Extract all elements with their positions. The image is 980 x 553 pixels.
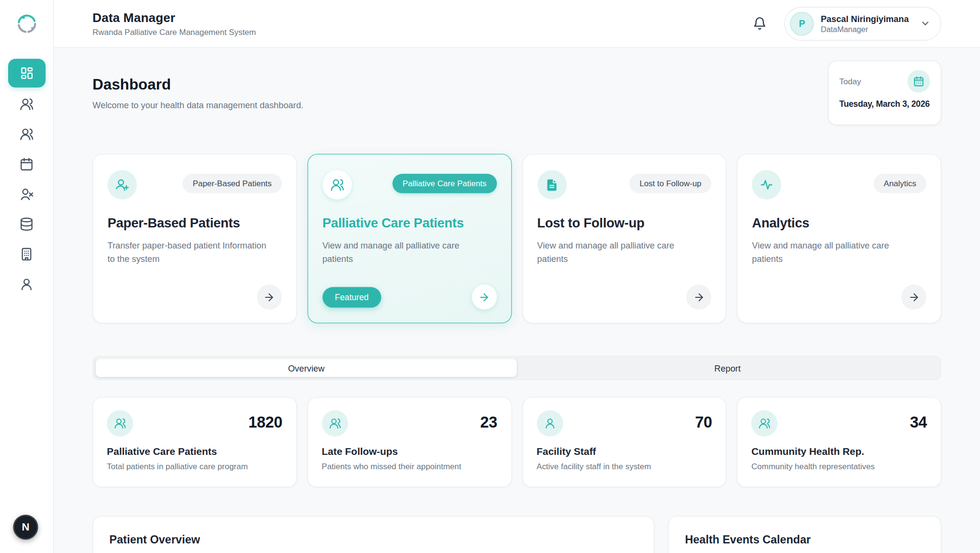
sidebar-item-data-records[interactable] bbox=[8, 209, 45, 239]
user-menu[interactable]: P Pascal Niringiyimana DataManager bbox=[784, 7, 941, 41]
stat-title: Late Follow-ups bbox=[322, 446, 497, 457]
stat-community-health-rep: 34 Cummunity Health Rep. Community healt… bbox=[737, 397, 941, 487]
stat-facility-staff: 70 Facility Staff Active facility staff … bbox=[522, 397, 726, 487]
date-card: Today Tuesday, March 3, 2026 bbox=[828, 61, 941, 125]
tab-overview[interactable]: Overview bbox=[96, 359, 517, 377]
sidebar-item-profile[interactable] bbox=[8, 269, 45, 299]
user-plus-icon bbox=[108, 170, 137, 199]
card-paper-based-patients[interactable]: Paper-Based Patients Paper-Based Patient… bbox=[92, 154, 297, 323]
featured-badge: Featured bbox=[323, 287, 381, 307]
card-description: Transfer paper-based patient Information… bbox=[108, 239, 282, 266]
card-lost-to-follow-up[interactable]: Lost to Follow-up Lost to Follow-up View… bbox=[522, 154, 726, 323]
arrow-right-button[interactable] bbox=[471, 284, 496, 309]
stat-title: Palliative Care Patients bbox=[107, 446, 282, 457]
stat-palliative-care-patients: 1820 Palliative Care Patients Total pati… bbox=[92, 397, 297, 487]
calendar-icon bbox=[19, 157, 33, 171]
sidebar: N bbox=[0, 0, 54, 553]
users-icon bbox=[322, 410, 348, 437]
stat-value: 1820 bbox=[248, 413, 282, 431]
sidebar-item-patients[interactable] bbox=[8, 89, 45, 119]
bottom-section: Patient Overview Total patients, new cas… bbox=[92, 516, 941, 553]
stat-value: 23 bbox=[480, 413, 497, 431]
current-date: Tuesday, March 3, 2026 bbox=[839, 100, 930, 109]
header: Data Manager Rwanda Palliative Care Mana… bbox=[54, 0, 980, 47]
card-description: View and manage all palliative care pati… bbox=[752, 239, 926, 266]
stat-description: Total patients in palliative care progra… bbox=[107, 462, 282, 471]
section-title: Health Events Calendar bbox=[685, 533, 924, 546]
sidebar-item-calendar[interactable] bbox=[8, 149, 45, 179]
app-title: Data Manager bbox=[92, 11, 256, 25]
arrow-right-button[interactable] bbox=[901, 284, 926, 309]
app-window: N Data Manager Rwanda Palliative Care Ma… bbox=[0, 0, 980, 553]
card-description: View and manage all palliative care pati… bbox=[323, 239, 497, 266]
card-title: Palliative Care Patients bbox=[323, 216, 497, 231]
stat-value: 70 bbox=[695, 413, 712, 431]
card-badge: Paper-Based Patients bbox=[183, 174, 282, 193]
file-text-icon bbox=[537, 170, 567, 199]
arrow-right-button[interactable] bbox=[686, 284, 711, 309]
card-title: Paper-Based Patients bbox=[108, 216, 282, 231]
app-logo-icon bbox=[13, 10, 40, 37]
building-icon bbox=[19, 247, 33, 261]
stat-value: 34 bbox=[910, 413, 927, 431]
stat-cards-row: 1820 Palliative Care Patients Total pati… bbox=[92, 397, 941, 487]
page-subtitle: Welcome to your health data management d… bbox=[92, 100, 941, 110]
users-icon bbox=[751, 410, 778, 437]
avatar: P bbox=[790, 11, 814, 35]
stat-title: Cummunity Health Rep. bbox=[751, 446, 927, 457]
card-title: Lost to Follow-up bbox=[537, 216, 712, 231]
sidebar-nav bbox=[8, 89, 45, 299]
card-title: Analytics bbox=[752, 216, 926, 231]
dashboard-grid-icon bbox=[20, 66, 33, 80]
sidebar-item-facilities[interactable] bbox=[8, 239, 45, 269]
users-icon bbox=[107, 410, 133, 437]
page-title: Dashboard bbox=[92, 76, 941, 93]
stat-description: Patients who missed their appointment bbox=[322, 462, 497, 471]
activity-icon bbox=[752, 170, 781, 199]
card-palliative-care-patients[interactable]: Palliative Care Patients Palliative Care… bbox=[307, 154, 512, 323]
user-role: DataManager bbox=[821, 25, 909, 34]
database-icon bbox=[19, 217, 33, 231]
app-title-block: Data Manager Rwanda Palliative Care Mana… bbox=[92, 11, 256, 37]
sidebar-item-dashboard[interactable] bbox=[8, 59, 45, 88]
tab-report[interactable]: Report bbox=[517, 359, 938, 377]
date-label: Today bbox=[839, 77, 861, 86]
section-title: Patient Overview bbox=[110, 533, 638, 546]
health-events-calendar-card: Health Events Calendar View your upcomin… bbox=[668, 516, 941, 553]
users-icon bbox=[19, 97, 33, 111]
arrow-right-icon bbox=[908, 291, 920, 303]
card-description: View and manage all palliative care pati… bbox=[537, 239, 712, 266]
calendar-icon bbox=[907, 70, 930, 92]
user-icon bbox=[536, 410, 563, 437]
dev-tools-button[interactable]: N bbox=[13, 515, 38, 540]
user-x-icon bbox=[19, 187, 33, 201]
arrow-right-icon bbox=[693, 291, 705, 303]
tab-bar: Overview Report bbox=[92, 356, 941, 380]
card-badge: Lost to Follow-up bbox=[630, 174, 712, 193]
stat-description: Active facility staff in the system bbox=[536, 462, 712, 471]
user-name: Pascal Niringiyimana bbox=[821, 13, 909, 23]
users-icon bbox=[323, 170, 352, 199]
sidebar-item-lost-to-follow-up[interactable] bbox=[8, 179, 45, 209]
main-content: Today Tuesday, March 3, 2026 Dashboard W… bbox=[54, 47, 980, 553]
patient-overview-card: Patient Overview Total patients, new cas… bbox=[92, 516, 654, 553]
chevron-down-icon bbox=[920, 18, 931, 29]
app-subtitle: Rwanda Palliative Care Management System bbox=[92, 27, 256, 37]
card-badge: Palliative Care Patients bbox=[392, 174, 496, 193]
users-icon bbox=[19, 126, 33, 141]
card-analytics[interactable]: Analytics Analytics View and manage all … bbox=[737, 154, 941, 323]
stat-title: Facility Staff bbox=[536, 446, 712, 457]
stat-late-follow-ups: 23 Late Follow-ups Patients who missed t… bbox=[307, 397, 512, 487]
arrow-right-button[interactable] bbox=[256, 284, 281, 309]
user-icon bbox=[19, 277, 33, 291]
arrow-right-icon bbox=[263, 291, 275, 303]
arrow-right-icon bbox=[478, 291, 490, 303]
feature-cards-row: Paper-Based Patients Paper-Based Patient… bbox=[92, 154, 941, 323]
card-badge: Analytics bbox=[874, 174, 926, 193]
notifications-bell-icon[interactable] bbox=[753, 16, 767, 31]
stat-description: Community health representatives bbox=[751, 462, 927, 471]
sidebar-item-community-members[interactable] bbox=[8, 119, 45, 149]
